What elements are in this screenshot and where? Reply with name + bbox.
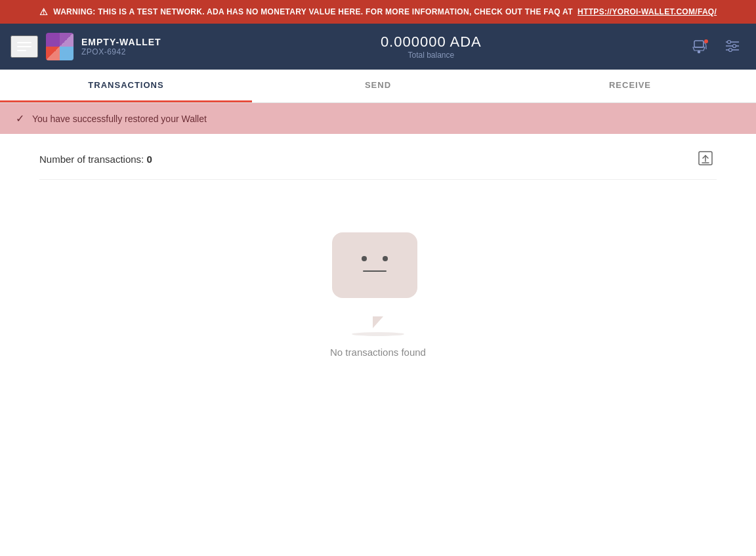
svg-point-2 xyxy=(704,39,708,43)
speech-bubble xyxy=(332,232,417,298)
hamburger-line-1 xyxy=(17,42,32,43)
notifications-button[interactable] xyxy=(688,33,714,60)
transactions-count-text: Number of transactions: 0 xyxy=(39,154,152,165)
wallet-info: EMPTY-WALLET ZPOX-6942 xyxy=(81,37,161,56)
bubble-eye-left xyxy=(362,256,367,261)
wallet-name: EMPTY-WALLET xyxy=(81,37,161,47)
svg-point-6 xyxy=(728,40,731,43)
warning-icon: ⚠ xyxy=(39,7,48,17)
empty-state: No transactions found xyxy=(39,180,717,384)
wallet-id: ZPOX-6942 xyxy=(81,47,161,56)
content-area: Number of transactions: 0 No xyxy=(0,134,756,397)
svg-rect-0 xyxy=(694,41,704,47)
filter-settings-button[interactable] xyxy=(719,33,746,61)
hamburger-line-3 xyxy=(17,50,26,51)
bubble-mouth xyxy=(363,270,387,272)
tab-receive[interactable]: RECEIVE xyxy=(504,70,756,102)
tab-bar: TRANSACTIONS SEND RECEIVE xyxy=(0,70,756,103)
header: EMPTY-WALLET ZPOX-6942 0.000000 ADA Tota… xyxy=(0,24,756,70)
balance-label: Total balance xyxy=(408,51,454,60)
export-button[interactable] xyxy=(694,147,717,171)
warning-bar: ⚠ WARNING: THIS IS A TEST NETWORK. ADA H… xyxy=(0,0,756,24)
bell-icon xyxy=(692,37,710,56)
empty-illustration xyxy=(332,232,424,318)
filter-icon xyxy=(723,37,742,55)
balance-amount: 0.000000 ADA xyxy=(381,33,482,51)
svg-point-1 xyxy=(698,51,700,53)
bubble-eye-right xyxy=(383,256,388,261)
warning-text: WARNING: THIS IS A TEST NETWORK. ADA HAS… xyxy=(53,7,717,16)
export-icon xyxy=(697,150,714,167)
transactions-header: Number of transactions: 0 xyxy=(39,147,717,180)
bubble-tail xyxy=(373,316,383,328)
svg-point-7 xyxy=(733,44,736,47)
empty-label: No transactions found xyxy=(330,347,426,358)
hamburger-line-2 xyxy=(17,46,32,47)
success-message: You have successfully restored your Wall… xyxy=(32,114,207,124)
tab-transactions[interactable]: TRANSACTIONS xyxy=(0,70,252,102)
sidebar-toggle-button[interactable] xyxy=(10,35,38,58)
warning-link[interactable]: HTTPS://YOROI-WALLET.COM/FAQ/ xyxy=(578,7,717,16)
wallet-avatar xyxy=(46,33,74,60)
balance-section: 0.000000 ADA Total balance xyxy=(175,33,688,60)
bubble-eyes xyxy=(362,256,388,261)
check-icon: ✓ xyxy=(16,112,24,125)
transactions-count-number: 0 xyxy=(146,154,152,165)
tab-send[interactable]: SEND xyxy=(252,70,504,102)
header-actions xyxy=(688,33,746,61)
success-banner: ✓ You have successfully restored your Wa… xyxy=(0,103,756,134)
bubble-shadow xyxy=(352,332,404,336)
svg-point-8 xyxy=(729,48,732,51)
